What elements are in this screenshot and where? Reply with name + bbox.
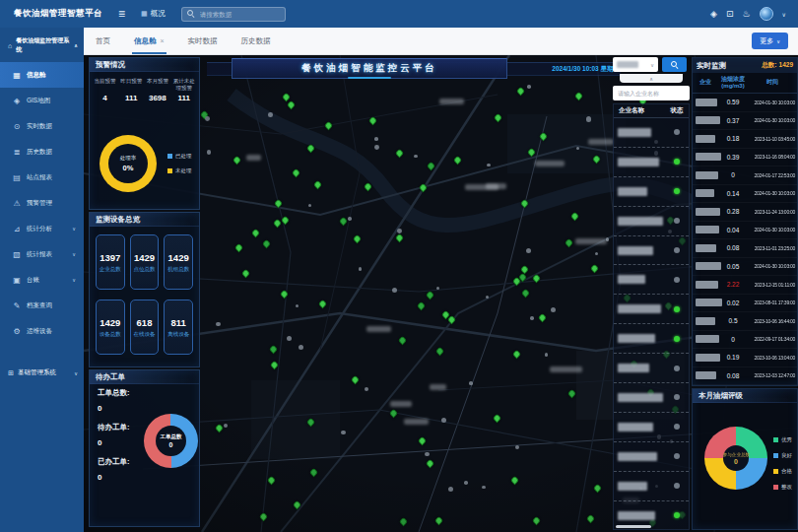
fullscreen-icon[interactable]: ⊡ — [726, 9, 734, 19]
map-pin[interactable] — [258, 511, 268, 521]
tab-home[interactable]: 首页 — [84, 28, 122, 54]
map-pin[interactable] — [418, 436, 428, 446]
realtime-row[interactable]: 0.082023-11-01 23:25:00 — [693, 239, 797, 258]
sidebar-item-warning-mgmt[interactable]: ⚠预警管理 — [0, 190, 84, 216]
global-search[interactable] — [181, 7, 286, 22]
enterprise-row[interactable] — [614, 324, 689, 354]
map-pin[interactable] — [585, 514, 595, 524]
map-pin[interactable] — [339, 216, 349, 226]
map-pin[interactable] — [527, 147, 537, 157]
enterprise-search-button[interactable] — [662, 57, 687, 72]
map-pin[interactable] — [240, 269, 250, 279]
realtime-row[interactable]: 0.52023-10-06 16:44:00 — [693, 312, 797, 331]
map-pin[interactable] — [434, 346, 444, 356]
map-pin[interactable] — [364, 182, 373, 192]
map-pin[interactable] — [539, 132, 549, 142]
map-pin[interactable] — [251, 228, 261, 237]
sidebar-item-ledger[interactable]: ▣台账∨ — [0, 267, 84, 293]
sidebar-item-stat-analysis[interactable]: ⊿统计分析∨ — [0, 216, 84, 241]
enterprise-row[interactable] — [614, 265, 689, 295]
map-pin[interactable] — [395, 149, 405, 159]
map-pin[interactable] — [434, 515, 444, 525]
map-pin[interactable] — [519, 264, 529, 274]
enterprise-row[interactable] — [614, 442, 689, 472]
realtime-row[interactable]: 0.192023-10-06 13:04:00 — [693, 349, 797, 367]
map-pin[interactable] — [532, 273, 542, 283]
realtime-row[interactable]: 0.372024-01-30 10:03:00 — [693, 112, 797, 131]
map-pin[interactable] — [398, 517, 408, 527]
sidebar-item-ops-device[interactable]: ⚙运维设备 — [0, 318, 84, 344]
realtime-row[interactable]: 0.182023-11-10 03:45:00 — [693, 130, 797, 149]
avatar[interactable] — [760, 7, 773, 21]
close-icon[interactable]: × — [161, 37, 165, 44]
map-pin[interactable] — [350, 375, 360, 385]
enterprise-row[interactable] — [614, 413, 689, 442]
map-pin[interactable] — [511, 349, 521, 359]
map-pin[interactable] — [447, 315, 457, 325]
tab-info-cabin[interactable]: 信息舱× — [122, 28, 176, 54]
map-pin[interactable] — [269, 344, 279, 354]
enterprise-row[interactable] — [614, 118, 689, 148]
enterprise-row[interactable] — [614, 177, 689, 207]
sidebar-item-gis-map[interactable]: ◈GIS地图 — [0, 88, 84, 113]
map-pin[interactable] — [353, 233, 363, 243]
map-pin[interactable] — [279, 289, 289, 299]
tab-history-data[interactable]: 历史数据 — [230, 28, 283, 54]
map-pin[interactable] — [394, 233, 404, 242]
topbar-tab-overview[interactable]: ▦ 概况 — [141, 9, 166, 19]
map-pin[interactable] — [267, 476, 277, 486]
realtime-row[interactable]: 0.592024-01-30 10:03:00 — [693, 94, 797, 112]
realtime-row[interactable]: 0.082023-12-03 12:47:00 — [693, 367, 797, 386]
realtime-row[interactable]: 0.282023-11-24 13:00:00 — [693, 203, 797, 222]
map-pin[interactable] — [398, 336, 408, 346]
horizontal-scrollbar[interactable] — [616, 525, 651, 528]
map-pin[interactable] — [280, 216, 290, 226]
map-pin[interactable] — [425, 291, 434, 300]
realtime-row[interactable]: 0.022023-08-01 17:39:00 — [693, 295, 797, 313]
realtime-row[interactable]: 0.042024-01-30 10:03:00 — [693, 222, 797, 240]
realtime-row[interactable]: 0.142024-01-30 10:03:00 — [693, 185, 797, 204]
sidebar-section-base-system[interactable]: ⊞ 基础管理系统 ∨ — [0, 360, 84, 385]
map-pin[interactable] — [389, 409, 399, 419]
map-pin[interactable] — [566, 388, 576, 398]
map-pin[interactable] — [416, 300, 426, 310]
map-pin[interactable] — [306, 417, 316, 427]
enterprise-row[interactable] — [614, 207, 689, 236]
map-pin[interactable] — [452, 155, 462, 165]
map-pin[interactable] — [309, 467, 319, 477]
enterprise-row[interactable] — [614, 354, 689, 383]
map-pin[interactable] — [538, 312, 548, 322]
map-pin[interactable] — [317, 299, 327, 309]
tab-realtime-data[interactable]: 实时数据 — [176, 28, 230, 54]
sidebar-item-realtime-data[interactable]: ⊙实时数据 — [0, 113, 84, 139]
map-pin[interactable] — [270, 361, 280, 370]
sidebar-item-stat-report[interactable]: ▧统计报表∨ — [0, 241, 84, 267]
map-pin[interactable] — [287, 100, 297, 110]
search-input[interactable] — [198, 10, 280, 19]
map-pin[interactable] — [427, 161, 436, 170]
map-pin[interactable] — [273, 199, 283, 209]
realtime-row[interactable]: 02022-09-17 01:34:00 — [693, 331, 797, 350]
map-pin[interactable] — [493, 414, 502, 424]
enterprise-row[interactable] — [614, 383, 689, 413]
map-pin[interactable] — [234, 242, 244, 252]
more-button[interactable]: 更多 ∨ — [752, 33, 788, 49]
map-pin[interactable] — [426, 458, 435, 468]
map-pin[interactable] — [520, 198, 530, 208]
theme-icon[interactable]: ◈ — [710, 9, 717, 19]
sidebar-item-info-cabin[interactable]: ▦信息舱 — [0, 62, 84, 88]
realtime-row[interactable]: 2.222023-12-15 01:11:00 — [693, 276, 797, 295]
realtime-row[interactable]: 0.392023-11-16 08:04:00 — [693, 149, 797, 167]
map-pin[interactable] — [532, 515, 542, 525]
enterprise-row[interactable] — [614, 472, 689, 501]
chevron-down-icon[interactable]: ∨ — [782, 11, 786, 18]
sidebar-section-fume-system[interactable]: ⌂ 餐饮油烟监控管理系统 ∧ — [0, 28, 84, 62]
map-pin[interactable] — [521, 288, 531, 298]
map-pin[interactable] — [292, 167, 301, 177]
hamburger-menu-icon[interactable]: ≡ — [118, 8, 125, 20]
sidebar-item-archive-query[interactable]: ✎档案查询 — [0, 293, 84, 318]
map-pin[interactable] — [233, 156, 242, 166]
map-pin[interactable] — [510, 476, 520, 486]
map-pin[interactable] — [591, 155, 601, 165]
realtime-row[interactable]: 02024-01-17 22:53:00 — [693, 166, 797, 185]
